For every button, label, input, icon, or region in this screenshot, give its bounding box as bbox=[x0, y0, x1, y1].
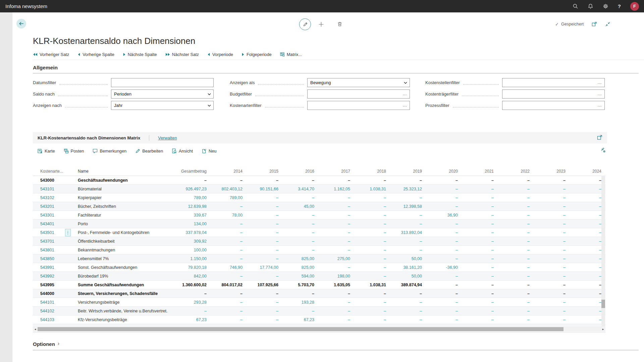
lookup-ellipsis-icon[interactable]: … bbox=[597, 103, 602, 108]
cell-2016[interactable]: 3.414,70 bbox=[282, 187, 318, 191]
cell-2014[interactable]: 802.403,12 bbox=[210, 187, 246, 191]
open-in-new-window-icon[interactable] bbox=[592, 21, 597, 27]
cell-2016[interactable]: 67,23 bbox=[282, 317, 318, 322]
cell-2020[interactable]: 36,90 bbox=[425, 213, 461, 218]
scroll-right-arrow[interactable]: ▸ bbox=[601, 327, 605, 331]
cell-2017[interactable]: 1.162,05 bbox=[318, 187, 354, 191]
cell-2014[interactable]: 789,00 bbox=[210, 195, 246, 200]
kostenstellenfilter-input[interactable]: … bbox=[502, 78, 605, 87]
cell-2017[interactable]: 275,00 bbox=[318, 256, 354, 261]
cell-gesamtbetrag[interactable]: 12.639,98 bbox=[170, 204, 210, 209]
action-posten[interactable]: Posten bbox=[64, 148, 84, 154]
col-header-name[interactable]: Name bbox=[72, 169, 170, 174]
col-header-gesamtbetrag[interactable]: Gesamtbetrag bbox=[170, 169, 210, 174]
settings-gear-icon[interactable] bbox=[603, 3, 608, 9]
lookup-ellipsis-icon[interactable]: … bbox=[402, 103, 407, 108]
cell-gesamtbetrag[interactable]: 293,28 bbox=[170, 300, 210, 305]
row-context-menu[interactable]: ⋮ bbox=[65, 229, 71, 236]
options-section-toggle[interactable]: Optionen › bbox=[33, 341, 59, 347]
notifications-bell-icon[interactable] bbox=[588, 3, 593, 9]
action-bemerkungen[interactable]: Bemerkungen bbox=[93, 148, 126, 154]
row-code-link[interactable]: 543701 bbox=[33, 239, 63, 244]
cell-gesamtbetrag[interactable]: 134,00 bbox=[170, 222, 210, 226]
cell-2018[interactable]: 1.038,31 bbox=[354, 187, 389, 191]
kostenartenfilter-input[interactable]: … bbox=[307, 101, 410, 110]
cell-gesamtbetrag[interactable]: 67,23 bbox=[170, 317, 210, 322]
action-karte[interactable]: Karte bbox=[38, 148, 55, 154]
lookup-ellipsis-icon[interactable]: … bbox=[402, 91, 407, 96]
col-header-2021[interactable]: 2021 bbox=[461, 169, 497, 174]
horizontal-scrollbar-thumb[interactable] bbox=[38, 327, 564, 331]
nav-vorheriger-satz[interactable]: Vorheriger Satz bbox=[33, 52, 69, 57]
row-code-link[interactable]: 543101 bbox=[33, 187, 63, 191]
back-button[interactable] bbox=[16, 19, 26, 28]
nav-naechste-spalte[interactable]: Nächste Spalte bbox=[123, 52, 157, 57]
cell-2020[interactable]: -36,90 bbox=[425, 265, 461, 270]
add-button[interactable] bbox=[318, 21, 324, 27]
row-code-link[interactable]: 543102 bbox=[33, 195, 63, 200]
lookup-ellipsis-icon[interactable]: … bbox=[597, 91, 602, 96]
row-code-link[interactable]: 543801 bbox=[33, 248, 63, 252]
nav-matrix[interactable]: Matrix... bbox=[280, 52, 302, 57]
cell-gesamtbetrag[interactable]: 309,92 bbox=[170, 239, 210, 244]
row-code-link[interactable]: 544103 bbox=[33, 317, 63, 322]
action-ansicht[interactable]: Ansicht bbox=[172, 148, 193, 154]
cell-2019[interactable]: 313.892,04 bbox=[389, 230, 425, 235]
cell-2015[interactable]: 17.774,00 bbox=[246, 265, 282, 270]
action-neu[interactable]: Neu bbox=[202, 148, 216, 154]
cell-2019[interactable]: 12.398,58 bbox=[389, 204, 425, 209]
cell-gesamtbetrag[interactable]: 337.978,04 bbox=[170, 230, 210, 235]
col-header-2015[interactable]: 2015 bbox=[246, 169, 282, 174]
row-code-link[interactable]: 544101 bbox=[33, 300, 63, 305]
prozessfilter-input[interactable]: … bbox=[502, 101, 605, 110]
cell-gesamtbetrag[interactable]: 100,00 bbox=[170, 248, 210, 252]
delete-button[interactable] bbox=[337, 21, 342, 27]
nav-vorherige-spalte[interactable]: Vorherige Spalte bbox=[77, 52, 114, 57]
cell-2016[interactable]: 825,00 bbox=[282, 256, 318, 261]
budgetfilter-input[interactable]: … bbox=[307, 89, 410, 99]
cell-2016[interactable]: 594,00 bbox=[282, 274, 318, 279]
col-header-2014[interactable]: 2014 bbox=[210, 169, 246, 174]
cell-2014[interactable]: 746,90 bbox=[210, 265, 246, 270]
col-header-2023[interactable]: 2023 bbox=[533, 169, 569, 174]
vertical-scrollbar-thumb[interactable] bbox=[601, 300, 605, 308]
scroll-left-arrow[interactable]: ◂ bbox=[33, 327, 38, 331]
focus-mode-icon[interactable] bbox=[597, 135, 602, 140]
action-bearbeiten[interactable]: Bearbeiten bbox=[135, 148, 163, 154]
cell-2019[interactable]: 50,00 bbox=[389, 274, 425, 279]
cell-2016[interactable]: 45,00 bbox=[282, 204, 318, 209]
cell-gesamtbetrag[interactable]: 926.497,23 bbox=[170, 187, 210, 191]
cell-gesamtbetrag[interactable]: 789,00 bbox=[170, 195, 210, 200]
col-header-2017[interactable]: 2017 bbox=[318, 169, 354, 174]
kostentraegerfilter-input[interactable]: … bbox=[502, 89, 605, 99]
edit-page-button[interactable] bbox=[299, 18, 311, 30]
manage-link[interactable]: Verwalten bbox=[156, 135, 179, 141]
col-header-2024[interactable]: 2024 bbox=[569, 169, 605, 174]
unpin-icon[interactable] bbox=[600, 147, 605, 153]
row-code-link[interactable]: 543850 bbox=[33, 256, 63, 261]
nav-naechster-satz[interactable]: Nächster Satz bbox=[165, 52, 199, 57]
lookup-ellipsis-icon[interactable]: … bbox=[597, 80, 602, 85]
row-code-link[interactable]: 543401 bbox=[33, 222, 63, 226]
col-header-2019[interactable]: 2019 bbox=[389, 169, 425, 174]
row-code-link[interactable]: 543201 bbox=[33, 204, 63, 209]
row-code-link[interactable]: 543992 bbox=[33, 274, 63, 279]
cell-2016[interactable]: 193,28 bbox=[282, 300, 318, 305]
cell-2017[interactable]: 198,00 bbox=[318, 274, 354, 279]
cell-2019[interactable]: 38.161,20 bbox=[389, 265, 425, 270]
row-code-link[interactable]: 543301 bbox=[33, 213, 63, 218]
user-avatar[interactable]: F bbox=[630, 2, 639, 11]
nav-folgeperiode[interactable]: Folgeperiode bbox=[241, 52, 272, 57]
nav-vorperiode[interactable]: Vorperiode bbox=[207, 52, 233, 57]
cell-2014[interactable]: 78,00 bbox=[210, 213, 246, 218]
anzeigen-als-select[interactable]: Bewegung bbox=[307, 78, 410, 87]
row-code-link[interactable]: 543991 bbox=[33, 265, 63, 270]
cell-2016[interactable]: 825,00 bbox=[282, 265, 318, 270]
col-header-2018[interactable]: 2018 bbox=[354, 169, 389, 174]
cell-gesamtbetrag[interactable]: 79.820,18 bbox=[170, 265, 210, 270]
cell-2015[interactable]: 90.151,66 bbox=[246, 187, 282, 191]
cell-2019[interactable]: 50,00 bbox=[389, 256, 425, 261]
row-code-link[interactable]: 543501 bbox=[33, 230, 63, 235]
search-icon[interactable] bbox=[573, 3, 578, 9]
collapse-window-icon[interactable] bbox=[605, 21, 610, 27]
